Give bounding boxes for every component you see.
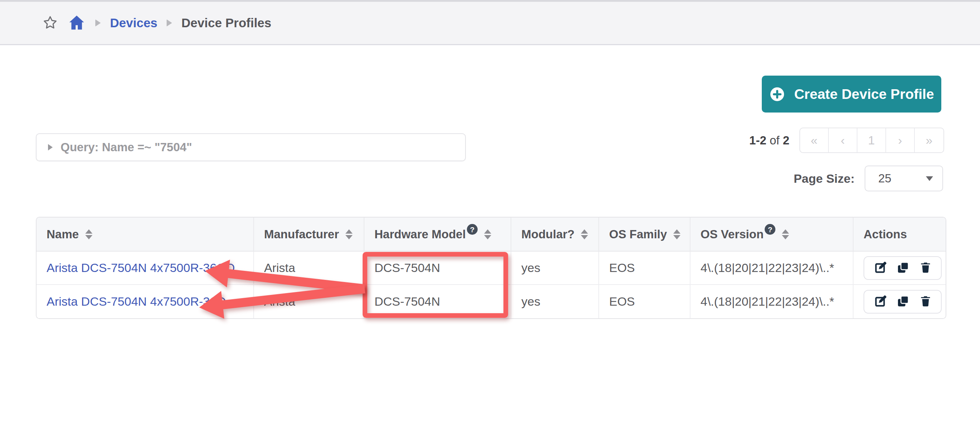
cell-modular: yes bbox=[511, 285, 599, 318]
pagination-button-group: « ‹ 1 › » bbox=[799, 127, 944, 153]
chevron-down-icon bbox=[926, 176, 933, 181]
trash-icon bbox=[920, 295, 932, 308]
expand-caret-icon bbox=[48, 144, 52, 151]
pagination-range-label: 1-2 of 2 bbox=[749, 134, 789, 147]
favorite-star-button[interactable] bbox=[42, 15, 58, 32]
copy-icon bbox=[897, 261, 910, 275]
column-label: Modular? bbox=[521, 228, 574, 241]
copy-icon bbox=[897, 294, 910, 309]
column-header-os-version[interactable]: OS Version ? bbox=[690, 218, 854, 251]
row-actions-group bbox=[864, 290, 942, 314]
annotation-overlay bbox=[0, 0, 980, 425]
delete-button[interactable] bbox=[920, 295, 932, 308]
breadcrumb: Devices Device Profiles bbox=[42, 13, 271, 33]
home-icon bbox=[67, 13, 86, 33]
device-profiles-table: Name Manufacturer Hardware Model ? Modul… bbox=[36, 217, 946, 319]
cell-os-version: 4\.(18|20|21|22|23|24)\..* bbox=[690, 285, 854, 318]
column-header-name[interactable]: Name bbox=[37, 218, 254, 251]
sort-icon bbox=[581, 229, 588, 239]
sort-icon bbox=[673, 229, 681, 239]
cell-manufacturer: Arista bbox=[254, 251, 364, 285]
help-tooltip-icon[interactable]: ? bbox=[467, 224, 478, 235]
cell-modular: yes bbox=[511, 251, 599, 285]
previous-page-button[interactable]: ‹ bbox=[829, 128, 858, 152]
cell-name: Arista DCS-7504N 4x7500R-36CQ bbox=[37, 251, 254, 285]
pagination: 1-2 of 2 « ‹ 1 › » bbox=[749, 127, 944, 153]
pagination-range: 1-2 bbox=[749, 134, 767, 147]
column-label: OS Version bbox=[700, 228, 764, 241]
edit-button[interactable] bbox=[874, 294, 887, 309]
column-header-manufacturer[interactable]: Manufacturer bbox=[254, 218, 364, 251]
device-profile-link[interactable]: Arista DCS-7504N 4x7500R-36CQ bbox=[46, 261, 235, 275]
cell-os-version: 4\.(18|20|21|22|23|24)\..* bbox=[690, 251, 854, 285]
sort-icon bbox=[85, 229, 92, 239]
star-icon bbox=[42, 15, 58, 32]
next-page-button[interactable]: › bbox=[886, 128, 915, 152]
plus-circle-icon bbox=[769, 86, 786, 102]
query-text: Query: Name =~ "7504" bbox=[60, 140, 192, 154]
cell-hardware-model: DCS-7504N bbox=[364, 285, 511, 318]
pagination-of: of bbox=[770, 134, 780, 147]
column-header-os-family[interactable]: OS Family bbox=[599, 218, 690, 251]
breadcrumb-separator-icon bbox=[167, 19, 172, 27]
column-label: Manufacturer bbox=[264, 228, 339, 241]
cell-hardware-model: DCS-7504N bbox=[364, 251, 511, 285]
cell-actions bbox=[854, 251, 946, 285]
clone-button[interactable] bbox=[897, 261, 910, 275]
column-label: Actions bbox=[864, 228, 907, 241]
help-tooltip-icon[interactable]: ? bbox=[765, 224, 775, 235]
cell-manufacturer: Arista bbox=[254, 285, 364, 318]
query-filter-expander[interactable]: Query: Name =~ "7504" bbox=[36, 133, 466, 161]
sort-icon bbox=[345, 229, 353, 239]
sort-icon bbox=[782, 229, 789, 239]
page-size-value: 25 bbox=[878, 172, 891, 185]
cell-os-family: EOS bbox=[599, 285, 690, 318]
page-size-label: Page Size: bbox=[794, 172, 854, 186]
edit-pencil-icon bbox=[874, 294, 887, 309]
column-label: Hardware Model bbox=[374, 228, 466, 241]
row-actions-group bbox=[864, 256, 942, 280]
pagination-total: 2 bbox=[783, 134, 789, 147]
column-label: Name bbox=[46, 228, 79, 241]
clone-button[interactable] bbox=[897, 294, 910, 309]
edit-pencil-icon bbox=[874, 261, 887, 275]
device-profile-link[interactable]: Arista DCS-7504N 4x7500R-36Q bbox=[46, 294, 226, 309]
first-page-button[interactable]: « bbox=[800, 128, 829, 152]
create-button-label: Create Device Profile bbox=[794, 86, 934, 102]
column-header-hardware-model[interactable]: Hardware Model ? bbox=[364, 218, 511, 251]
sort-icon bbox=[484, 229, 491, 239]
page-size-select[interactable]: 25 bbox=[865, 166, 943, 191]
breadcrumb-current-page: Device Profiles bbox=[181, 16, 271, 30]
cell-actions bbox=[854, 285, 946, 318]
column-header-modular[interactable]: Modular? bbox=[511, 218, 599, 251]
page-size-control: Page Size: 25 bbox=[794, 166, 943, 191]
last-page-button[interactable]: » bbox=[915, 128, 943, 152]
cell-name: Arista DCS-7504N 4x7500R-36Q bbox=[37, 285, 254, 318]
cell-os-family: EOS bbox=[599, 251, 690, 285]
breadcrumb-link-devices[interactable]: Devices bbox=[110, 16, 157, 30]
home-button[interactable] bbox=[67, 13, 86, 33]
breadcrumb-separator-icon bbox=[95, 19, 101, 27]
create-device-profile-button[interactable]: Create Device Profile bbox=[762, 76, 941, 113]
trash-icon bbox=[920, 261, 932, 274]
column-label: OS Family bbox=[609, 228, 667, 241]
edit-button[interactable] bbox=[874, 261, 887, 275]
top-navigation-bar: Devices Device Profiles bbox=[0, 0, 980, 45]
page-number-button[interactable]: 1 bbox=[858, 128, 886, 152]
column-header-actions: Actions bbox=[854, 218, 946, 251]
delete-button[interactable] bbox=[920, 261, 932, 274]
